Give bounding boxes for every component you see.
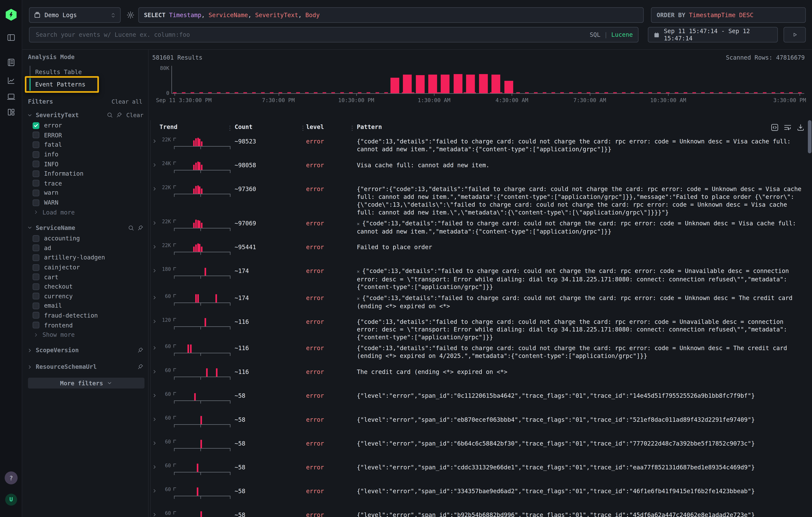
row-expand-chevron-icon[interactable] [152, 464, 158, 484]
help-button[interactable]: ? [5, 471, 18, 484]
user-avatar[interactable]: U [5, 494, 17, 506]
row-expand-chevron-icon[interactable] [152, 440, 158, 460]
filter-option-info[interactable]: info [27, 149, 143, 159]
order-by-input[interactable]: ORDER BY TimestampTime DESC [651, 7, 806, 23]
table-row[interactable]: 22K~97360error{"error":{"code":13,"detai… [151, 182, 812, 217]
row-expand-chevron-icon[interactable] [152, 369, 158, 389]
dashboards-icon[interactable] [0, 108, 22, 117]
row-expand-chevron-icon[interactable] [152, 138, 158, 159]
histogram-bar[interactable] [492, 75, 500, 93]
pin-icon[interactable] [137, 364, 144, 370]
table-row[interactable]: 60~116error{"code":13,"details":"failed … [151, 341, 812, 365]
row-expand-chevron-icon[interactable] [152, 488, 158, 508]
table-row[interactable]: 180~174error✕{"code":13,"details":"faile… [151, 264, 812, 291]
search-icon[interactable] [107, 112, 113, 118]
row-expand-chevron-icon[interactable] [152, 244, 158, 264]
gear-icon[interactable] [125, 7, 136, 23]
histogram-bar[interactable] [403, 75, 412, 93]
filter-option-fatal[interactable]: fatal [27, 140, 143, 150]
checkbox[interactable] [33, 170, 39, 177]
search-icon[interactable] [128, 225, 134, 231]
histogram-bar[interactable] [504, 81, 513, 93]
header-pattern[interactable]: Pattern [357, 123, 812, 131]
table-row[interactable]: 60~58error{"level":"error","span_id":"6b… [151, 437, 812, 460]
checkbox[interactable] [33, 303, 39, 309]
dismiss-x-icon[interactable]: ✕ [357, 296, 360, 301]
search-input[interactable] [35, 30, 586, 39]
checkbox[interactable] [33, 264, 39, 271]
pin-icon[interactable] [137, 347, 144, 353]
filter-group-header-ResourceSchemaUrl[interactable]: ResourceSchemaUrl [27, 362, 143, 373]
pin-icon[interactable] [137, 225, 144, 231]
date-range-picker[interactable]: Sep 11 15:47:14 - Sep 12 15:47:14 [648, 27, 778, 42]
dismiss-x-icon[interactable]: ✕ [357, 269, 360, 274]
row-expand-chevron-icon[interactable] [152, 268, 158, 291]
toggle-sql[interactable]: SQL [590, 31, 601, 38]
table-row[interactable]: 22K~98523error{"code":13,"details":"fail… [151, 135, 812, 159]
search-logs-icon[interactable] [0, 58, 22, 67]
filter-option-ad[interactable]: ad [27, 243, 143, 253]
row-expand-chevron-icon[interactable] [152, 512, 158, 517]
checkbox[interactable] [33, 312, 39, 319]
histogram-bar[interactable] [441, 75, 450, 93]
row-expand-chevron-icon[interactable] [152, 295, 158, 315]
filter-option-error[interactable]: error [27, 121, 143, 131]
row-expand-chevron-icon[interactable] [152, 345, 158, 365]
histogram-bar[interactable] [415, 75, 424, 93]
filter-option-currency[interactable]: currency [27, 291, 143, 301]
load-more-button[interactable]: Show more [27, 330, 143, 340]
row-expand-chevron-icon[interactable] [152, 417, 158, 437]
results-histogram[interactable]: 80K 0 Sep 11 3:30:00 PM7:30:00 PM10:30:0… [171, 66, 804, 102]
row-expand-chevron-icon[interactable] [152, 186, 158, 217]
filter-option-email[interactable]: email [27, 301, 143, 311]
dismiss-x-icon[interactable]: ✕ [357, 221, 360, 226]
column-resize-handle[interactable]: ⋮ [227, 125, 233, 131]
select-query-input[interactable]: SELECT Timestamp, ServiceName, SeverityT… [138, 7, 644, 23]
wrap-text-icon[interactable] [783, 123, 792, 132]
clear-all-filters-button[interactable]: Clear all [112, 98, 142, 105]
filter-option-Information[interactable]: Information [27, 169, 143, 178]
histogram-bar[interactable] [390, 78, 399, 93]
load-more-button[interactable]: Load more [27, 207, 143, 217]
table-row[interactable]: 120~116error{"code":13,"details":"failed… [151, 315, 812, 341]
histogram-bar[interactable] [466, 75, 475, 93]
chart-explorer-icon[interactable] [0, 76, 22, 85]
clear-filter-button[interactable]: Clear [126, 112, 143, 118]
toggle-lucene[interactable]: Lucene [611, 31, 633, 38]
filter-option-artillery-loadgen[interactable]: artillery-loadgen [27, 253, 143, 262]
checkbox[interactable] [33, 199, 39, 206]
filter-option-trace[interactable]: trace [27, 178, 143, 188]
filter-group-header-ServiceName[interactable]: ServiceName [27, 222, 143, 234]
table-row[interactable]: 22K~97069error✕{"code":13,"details":"fai… [151, 217, 812, 240]
checkbox[interactable] [33, 151, 39, 158]
table-row[interactable]: 24K~98058errorVisa cache full: cannot ad… [151, 159, 812, 182]
run-query-button[interactable] [783, 27, 806, 42]
checkbox[interactable] [33, 254, 39, 261]
histogram-bar[interactable] [479, 74, 488, 93]
filter-option-warn[interactable]: warn [27, 188, 143, 198]
filter-option-cart[interactable]: cart [27, 272, 143, 282]
filter-group-header-ScopeVersion[interactable]: ScopeVersion [27, 345, 143, 356]
table-row[interactable]: 60~58error{"level":"error","span_id":"cd… [151, 461, 812, 484]
code-view-icon[interactable] [771, 123, 779, 132]
filter-option-INFO[interactable]: INFO [27, 159, 143, 169]
checkbox[interactable] [33, 141, 39, 148]
table-row[interactable]: 60~58error{"level":"error","span_id":"b9… [151, 508, 812, 517]
analysis-mode-event-patterns[interactable]: Event Patterns [30, 78, 97, 91]
more-filters-button[interactable]: More filters [28, 378, 145, 389]
row-expand-chevron-icon[interactable] [152, 220, 158, 240]
histogram-bar[interactable] [428, 75, 437, 93]
table-row[interactable]: 60~58error{"level":"error","span_id":"33… [151, 484, 812, 508]
filter-option-frontend[interactable]: frontend [27, 320, 143, 330]
row-expand-chevron-icon[interactable] [152, 318, 158, 341]
filter-option-fraud-detection[interactable]: fraud-detection [27, 311, 143, 320]
checkbox[interactable] [33, 293, 39, 299]
download-icon[interactable] [796, 123, 805, 132]
table-row[interactable]: 60~174error✕{"code":13,"details":"failed… [151, 291, 812, 315]
table-row[interactable]: 22K~95441errorFailed to place order [151, 240, 812, 264]
filter-option-ERROR[interactable]: ERROR [27, 130, 143, 140]
analysis-mode-results-table[interactable]: Results Table [30, 66, 97, 78]
filter-option-cainjector[interactable]: cainjector [27, 262, 143, 272]
query-language-toggle[interactable]: SQL | Lucene [590, 31, 633, 38]
filter-option-checkout[interactable]: checkout [27, 282, 143, 291]
